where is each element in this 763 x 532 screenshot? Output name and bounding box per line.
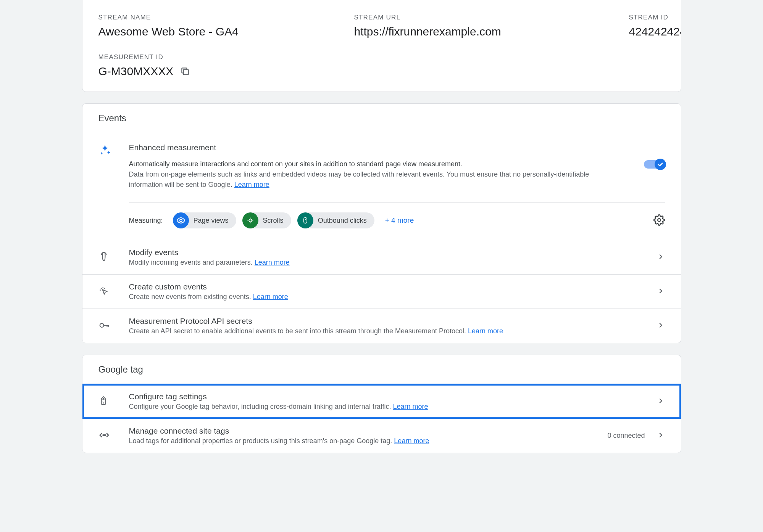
stream-name-value: Awesome Web Store - GA4 xyxy=(98,25,339,38)
events-card: Events Enhanced measurement Automaticall… xyxy=(82,103,681,343)
code-icon xyxy=(98,429,110,442)
stream-id-label: STREAM ID xyxy=(629,14,681,21)
modify-events-row[interactable]: Modify events Modify incoming events and… xyxy=(82,240,681,274)
sparkles-icon xyxy=(98,144,111,158)
enhanced-measurement-title: Enhanced measurement xyxy=(129,143,634,152)
chevron-right-icon xyxy=(657,321,665,331)
enhanced-measurement-row: Enhanced measurement Automatically measu… xyxy=(82,133,681,190)
api-secrets-learn-more-link[interactable]: Learn more xyxy=(468,327,503,335)
create-custom-events-row[interactable]: Create custom events Create new events f… xyxy=(82,274,681,309)
api-secrets-row[interactable]: Measurement Protocol API secrets Create … xyxy=(82,309,681,343)
manage-site-tags-desc: Load tags for additional properties or p… xyxy=(129,437,608,445)
stream-id-value: 424242424 xyxy=(629,25,681,38)
mouse-icon xyxy=(297,212,313,228)
manage-site-tags-row[interactable]: Manage connected site tags Load tags for… xyxy=(82,418,681,453)
svg-point-1 xyxy=(180,219,182,222)
configure-tag-settings-row[interactable]: g Configure tag settings Configure your … xyxy=(82,384,681,418)
svg-point-11 xyxy=(105,435,105,436)
chip-page-views-label: Page views xyxy=(194,217,229,225)
svg-point-2 xyxy=(249,219,252,222)
chevron-right-icon xyxy=(657,431,665,440)
create-custom-events-learn-more-link[interactable]: Learn more xyxy=(253,293,288,301)
eye-icon xyxy=(173,212,189,228)
manage-site-tags-learn-more-link[interactable]: Learn more xyxy=(394,437,429,445)
events-section-title: Events xyxy=(82,104,681,133)
key-icon xyxy=(98,320,110,332)
stream-url-label: STREAM URL xyxy=(354,14,614,21)
chevron-right-icon xyxy=(657,287,665,296)
google-tag-card: Google tag g Configure tag settings Conf… xyxy=(82,355,681,453)
api-secrets-title: Measurement Protocol API secrets xyxy=(129,317,657,326)
configure-tag-settings-title: Configure tag settings xyxy=(129,392,657,401)
svg-text:g: g xyxy=(102,400,104,403)
measuring-block: Measuring: Page views Scrolls xyxy=(129,202,665,240)
chip-page-views: Page views xyxy=(173,212,236,228)
stream-details-card: STREAM NAME Awesome Web Store - GA4 STRE… xyxy=(82,0,681,92)
svg-point-10 xyxy=(103,435,103,436)
chip-outbound-label: Outbound clicks xyxy=(318,217,367,225)
svg-rect-3 xyxy=(303,218,306,223)
configure-tag-settings-desc: Configure your Google tag behavior, incl… xyxy=(129,403,657,411)
svg-rect-0 xyxy=(184,70,189,75)
tag-icon: g xyxy=(98,396,108,407)
modify-events-desc: Modify incoming events and parameters. L… xyxy=(129,259,657,267)
gear-icon[interactable] xyxy=(653,221,665,227)
scroll-icon xyxy=(242,212,258,228)
touch-icon xyxy=(98,251,109,263)
manage-site-tags-title: Manage connected site tags xyxy=(129,426,608,436)
copy-icon[interactable] xyxy=(180,66,190,76)
modify-events-learn-more-link[interactable]: Learn more xyxy=(255,259,290,266)
stream-url-value: https://fixrunnerexample.com xyxy=(354,25,614,38)
enhanced-measurement-toggle[interactable] xyxy=(644,160,665,169)
chevron-right-icon xyxy=(657,397,665,406)
google-tag-section-title: Google tag xyxy=(82,355,681,384)
chip-scrolls: Scrolls xyxy=(242,212,291,228)
create-custom-events-desc: Create new events from existing events. … xyxy=(129,293,657,301)
cursor-click-icon xyxy=(98,286,109,297)
stream-name-label: STREAM NAME xyxy=(98,14,339,21)
enhanced-measurement-desc: Automatically measure interactions and c… xyxy=(129,159,598,190)
more-events-link[interactable]: + 4 more xyxy=(385,216,414,225)
chevron-right-icon xyxy=(657,252,665,262)
configure-tag-learn-more-link[interactable]: Learn more xyxy=(393,403,428,410)
svg-point-5 xyxy=(658,219,661,222)
connected-count: 0 connected xyxy=(607,432,645,440)
chip-outbound: Outbound clicks xyxy=(297,212,374,228)
api-secrets-desc: Create an API secret to enable additiona… xyxy=(129,327,657,335)
svg-point-6 xyxy=(100,323,103,327)
chip-scrolls-label: Scrolls xyxy=(263,217,284,225)
measurement-id-label: MEASUREMENT ID xyxy=(98,53,665,61)
modify-events-title: Modify events xyxy=(129,248,657,257)
measuring-label: Measuring: xyxy=(129,217,163,225)
enhanced-learn-more-link[interactable]: Learn more xyxy=(234,181,269,188)
measurement-id-value: G-M30MXXXX xyxy=(98,65,174,78)
create-custom-events-title: Create custom events xyxy=(129,282,657,291)
